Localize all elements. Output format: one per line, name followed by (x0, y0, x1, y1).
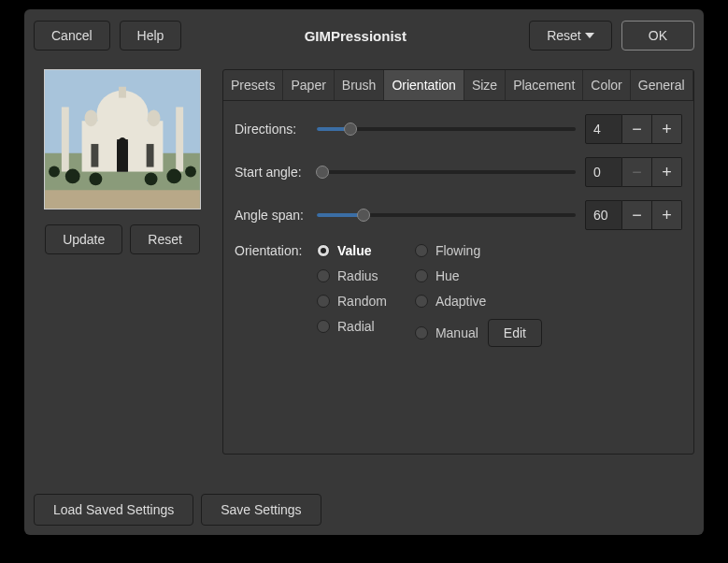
radio-random-label: Random (337, 294, 387, 309)
svg-point-14 (89, 173, 102, 186)
svg-rect-12 (45, 190, 200, 209)
directions-label: Directions: (235, 122, 307, 137)
dialog-title: GIMPressionist (181, 28, 529, 44)
preview-column: Update Reset (34, 69, 211, 455)
help-button[interactable]: Help (120, 21, 182, 51)
svg-rect-6 (176, 107, 183, 171)
orientation-radios: Value Radius Random (317, 243, 542, 347)
radio-dot-icon (415, 326, 428, 339)
radio-manual[interactable]: Manual (415, 325, 478, 340)
start-angle-increment[interactable]: + (652, 157, 682, 187)
radio-flowing[interactable]: Flowing (415, 243, 542, 258)
svg-point-13 (65, 169, 80, 184)
angle-span-input[interactable] (585, 200, 622, 230)
tab-general[interactable]: General (631, 70, 693, 100)
radio-dot-icon (317, 320, 330, 333)
save-settings-button[interactable]: Save Settings (201, 494, 321, 526)
cancel-button[interactable]: Cancel (34, 21, 110, 51)
taj-mahal-illustration (45, 70, 200, 209)
svg-point-17 (49, 166, 60, 178)
directions-decrement[interactable]: − (622, 114, 652, 144)
start-angle-input[interactable] (585, 157, 622, 187)
svg-rect-11 (147, 144, 154, 167)
tab-brush[interactable]: Brush (335, 70, 385, 100)
tab-size[interactable]: Size (464, 70, 506, 100)
svg-rect-10 (91, 144, 98, 167)
tabs: Presets Paper Brush Orientation Size Pla… (223, 70, 693, 101)
radio-value[interactable]: Value (317, 243, 387, 258)
radio-dot-icon (317, 244, 330, 257)
radio-radius-label: Radius (337, 268, 378, 283)
orientation-tab-body: Directions: − + Start angle: (223, 101, 693, 454)
start-angle-decrement[interactable]: − (622, 157, 652, 187)
radio-dot-icon (415, 269, 428, 282)
chevron-down-icon (585, 33, 594, 38)
titlebar: Cancel Help GIMPressionist Reset OK (34, 19, 694, 52)
start-angle-label: Start angle: (235, 165, 307, 180)
radio-radial-label: Radial (337, 319, 375, 334)
directions-spinner: − + (585, 114, 682, 144)
angle-span-spinner: − + (585, 200, 682, 230)
tab-color[interactable]: Color (583, 70, 630, 100)
svg-point-15 (145, 173, 158, 186)
radio-adaptive-label: Adaptive (435, 294, 486, 309)
tab-placement[interactable]: Placement (506, 70, 583, 100)
gimpressionist-dialog: Cancel Help GIMPressionist Reset OK (24, 9, 704, 535)
load-saved-settings-button[interactable]: Load Saved Settings (34, 494, 193, 526)
radio-dot-icon (415, 244, 428, 257)
radio-manual-label: Manual (435, 325, 478, 340)
directions-slider[interactable] (317, 121, 576, 137)
settings-panel: Presets Paper Brush Orientation Size Pla… (222, 69, 694, 455)
radio-random[interactable]: Random (317, 294, 387, 309)
preview-image (44, 69, 201, 209)
preview-reset-button[interactable]: Reset (130, 224, 200, 254)
orientation-label: Orientation: (235, 243, 307, 258)
angle-span-slider[interactable] (317, 207, 576, 224)
radio-hue-label: Hue (435, 268, 460, 283)
bottom-buttons: Load Saved Settings Save Settings (34, 494, 321, 526)
radio-adaptive[interactable]: Adaptive (415, 294, 542, 309)
tab-paper[interactable]: Paper (283, 70, 334, 100)
radio-value-label: Value (337, 243, 372, 258)
radio-dot-icon (415, 295, 428, 308)
svg-point-7 (85, 109, 98, 126)
svg-point-16 (166, 169, 181, 184)
radio-hue[interactable]: Hue (415, 268, 542, 283)
tab-orientation[interactable]: Orientation (384, 70, 464, 100)
start-angle-spinner: − + (585, 157, 682, 187)
radio-flowing-label: Flowing (435, 243, 480, 258)
angle-span-label: Angle span: (235, 208, 307, 223)
update-button[interactable]: Update (45, 224, 122, 254)
angle-span-decrement[interactable]: − (622, 200, 652, 230)
radio-dot-icon (317, 269, 330, 282)
svg-rect-4 (119, 87, 126, 98)
radio-radius[interactable]: Radius (317, 268, 387, 283)
svg-point-8 (148, 109, 161, 126)
reset-label: Reset (547, 28, 581, 43)
radio-dot-icon (317, 295, 330, 308)
radio-radial[interactable]: Radial (317, 319, 387, 334)
angle-span-increment[interactable]: + (652, 200, 682, 230)
svg-point-18 (185, 166, 196, 178)
reset-dropdown-button[interactable]: Reset (529, 21, 612, 51)
directions-input[interactable] (585, 114, 622, 144)
directions-increment[interactable]: + (652, 114, 682, 144)
edit-button[interactable]: Edit (488, 319, 542, 347)
tab-presets[interactable]: Presets (223, 70, 283, 100)
start-angle-slider[interactable] (317, 164, 576, 180)
svg-rect-5 (62, 107, 69, 171)
ok-button[interactable]: OK (621, 21, 694, 51)
